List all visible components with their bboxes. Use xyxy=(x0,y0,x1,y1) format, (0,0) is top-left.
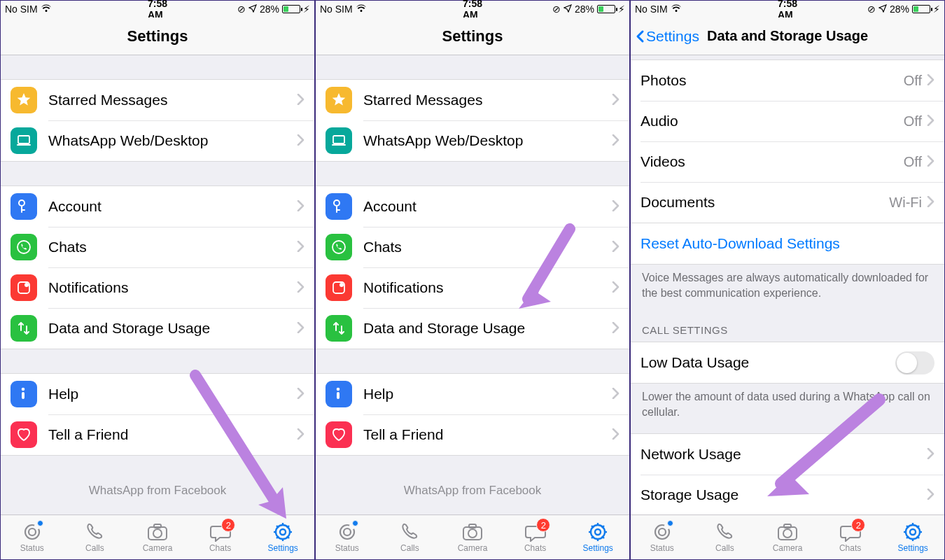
tab-camera[interactable]: Camera xyxy=(126,515,189,559)
tab-label: Status xyxy=(335,543,359,553)
brand-footer: WhatsApp from Facebook xyxy=(1,484,314,498)
settings-content[interactable]: Starred MessagesWhatsApp Web/Desktop Acc… xyxy=(1,55,314,514)
star-icon xyxy=(10,87,37,113)
chevron-right-icon xyxy=(611,132,620,149)
bell-icon xyxy=(10,274,37,301)
row-whatsapp-web-desktop[interactable]: WhatsApp Web/Desktop xyxy=(316,120,629,161)
status-bar: No SIM 7:58 AM ⊘ 28% ⚡︎ xyxy=(1,1,314,18)
low-data-note: Lower the amount of data used during a W… xyxy=(631,384,944,428)
nav-header: Settings xyxy=(316,18,629,55)
wifi-icon xyxy=(41,4,52,15)
row-tell-a-friend[interactable]: Tell a Friend xyxy=(316,414,629,455)
row-help[interactable]: Help xyxy=(316,374,629,414)
tab-label: Settings xyxy=(897,543,927,553)
chevron-right-icon xyxy=(296,320,304,337)
camera-icon xyxy=(462,522,483,542)
row-label: Network Usage xyxy=(640,446,926,463)
row-chats[interactable]: Chats xyxy=(1,227,314,267)
row-starred-messages[interactable]: Starred Messages xyxy=(316,80,629,120)
row-chats[interactable]: Chats xyxy=(316,227,629,267)
whatsapp-icon xyxy=(10,234,37,260)
star-icon xyxy=(326,87,352,113)
chevron-right-icon xyxy=(926,486,934,503)
laptop-icon xyxy=(326,127,352,154)
row-network-usage[interactable]: Network Usage xyxy=(631,434,944,475)
tab-settings[interactable]: Settings xyxy=(251,515,314,559)
row-label: Chats xyxy=(363,239,611,255)
row-label: Storage Usage xyxy=(640,486,926,503)
tab-settings[interactable]: Settings xyxy=(881,515,944,559)
reset-label: Reset Auto-Download Settings xyxy=(640,235,934,252)
chevron-right-icon xyxy=(926,153,934,170)
row-documents[interactable]: DocumentsWi-Fi xyxy=(631,182,944,223)
status-bar: No SIM 7:58 AM ⊘ 28% ⚡︎ xyxy=(631,1,944,18)
row-starred-messages[interactable]: Starred Messages xyxy=(1,80,314,120)
row-label: WhatsApp Web/Desktop xyxy=(363,132,611,149)
settings-icon xyxy=(902,522,923,542)
nav-header: Settings Data and Storage Usage xyxy=(631,18,944,55)
row-label: Data and Storage Usage xyxy=(48,320,296,337)
calls-icon xyxy=(714,522,735,542)
row-label: Chats xyxy=(48,239,296,255)
chevron-right-icon xyxy=(296,92,304,108)
tab-chats[interactable]: 2Chats xyxy=(189,515,252,559)
tab-label: Chats xyxy=(209,543,231,553)
row-value: Off xyxy=(904,113,922,130)
row-data-and-storage-usage[interactable]: Data and Storage Usage xyxy=(1,308,314,349)
page-title: Settings xyxy=(442,27,503,46)
tab-calls[interactable]: Calls xyxy=(694,515,757,559)
row-low-data-usage[interactable]: Low Data Usage xyxy=(631,342,944,383)
camera-icon xyxy=(147,522,168,542)
tab-status[interactable]: Status xyxy=(631,515,694,559)
carrier-label: No SIM xyxy=(320,4,353,15)
tab-dot-icon xyxy=(37,520,43,526)
row-storage-usage[interactable]: Storage Usage xyxy=(631,475,944,514)
chevron-right-icon xyxy=(611,239,620,255)
location-icon xyxy=(878,4,887,15)
rotation-lock-icon: ⊘ xyxy=(867,4,876,15)
row-account[interactable]: Account xyxy=(1,186,314,227)
tab-badge: 2 xyxy=(221,518,235,532)
tab-chats[interactable]: 2Chats xyxy=(504,515,567,559)
battery-pct-label: 28% xyxy=(260,4,279,15)
tab-settings[interactable]: Settings xyxy=(566,515,629,559)
battery-icon xyxy=(282,5,300,13)
row-data-and-storage-usage[interactable]: Data and Storage Usage xyxy=(316,308,629,349)
tab-label: Calls xyxy=(400,543,419,553)
key-icon xyxy=(10,193,37,220)
chevron-right-icon xyxy=(611,386,620,402)
row-videos[interactable]: VideosOff xyxy=(631,141,944,182)
row-account[interactable]: Account xyxy=(316,186,629,227)
tab-camera[interactable]: Camera xyxy=(756,515,819,559)
rotation-lock-icon: ⊘ xyxy=(552,4,561,15)
row-tell-a-friend[interactable]: Tell a Friend xyxy=(1,414,314,455)
row-label: Help xyxy=(48,386,296,402)
tab-chats[interactable]: 2Chats xyxy=(819,515,882,559)
tab-calls[interactable]: Calls xyxy=(379,515,442,559)
laptop-icon xyxy=(10,127,37,154)
screen-data-usage: No SIM 7:58 AM ⊘ 28% ⚡︎ Settings Data an… xyxy=(630,0,945,560)
tab-bar: StatusCallsCamera2ChatsSettings xyxy=(1,514,314,559)
row-reset-auto-download[interactable]: Reset Auto-Download Settings xyxy=(631,223,944,264)
row-label: Audio xyxy=(640,113,904,130)
low-data-toggle[interactable] xyxy=(895,351,934,374)
row-notifications[interactable]: Notifications xyxy=(316,267,629,308)
row-help[interactable]: Help xyxy=(1,374,314,414)
row-notifications[interactable]: Notifications xyxy=(1,267,314,308)
arrows-icon xyxy=(326,315,352,342)
settings-content[interactable]: Starred MessagesWhatsApp Web/Desktop Acc… xyxy=(316,55,629,514)
row-value: Off xyxy=(904,154,922,170)
tab-calls[interactable]: Calls xyxy=(64,515,127,559)
row-audio[interactable]: AudioOff xyxy=(631,101,944,141)
chevron-right-icon xyxy=(296,279,304,296)
tab-status[interactable]: Status xyxy=(1,515,64,559)
back-chevron-icon xyxy=(635,29,645,43)
back-button[interactable]: Settings xyxy=(635,18,699,55)
row-photos[interactable]: PhotosOff xyxy=(631,60,944,101)
data-usage-content[interactable]: PhotosOffAudioOffVideosOffDocumentsWi-Fi… xyxy=(631,55,944,514)
row-label: Videos xyxy=(640,153,904,170)
tab-label: Chats xyxy=(524,543,546,553)
tab-status[interactable]: Status xyxy=(316,515,379,559)
row-whatsapp-web-desktop[interactable]: WhatsApp Web/Desktop xyxy=(1,120,314,161)
tab-camera[interactable]: Camera xyxy=(441,515,504,559)
